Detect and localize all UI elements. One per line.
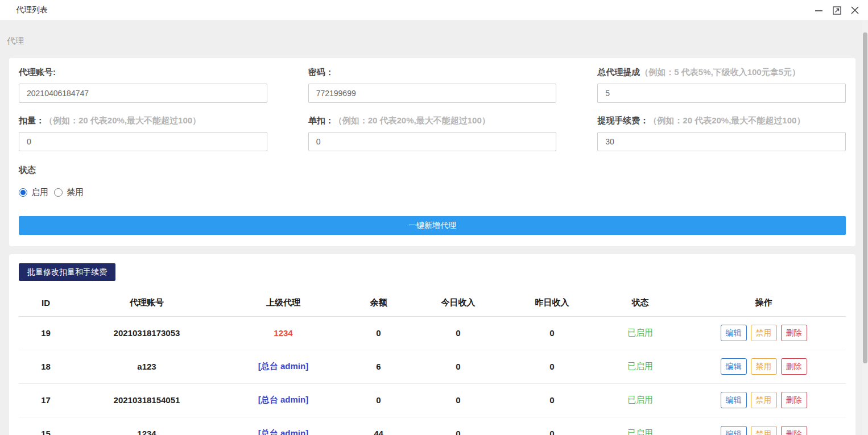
edit-button[interactable]: 编辑 [721, 392, 747, 408]
agent-account-input[interactable] [19, 84, 267, 103]
bulk-modify-button[interactable]: 批量修改扣量和手续费 [19, 263, 115, 281]
add-agent-button[interactable]: 一键新增代理 [19, 216, 846, 235]
field-single-deduction: 单扣：（例如：20 代表20%,最大不能超过100） [308, 115, 557, 151]
row-actions: 编辑 禁用 删除 [681, 325, 846, 341]
cell-balance: 44 [346, 417, 411, 435]
table-header-row: ID 代理账号 上级代理 余额 今日收入 昨日收入 状态 操作 [19, 290, 846, 316]
delete-button[interactable]: 删除 [781, 325, 807, 341]
single-deduction-input[interactable] [308, 132, 557, 151]
window-title: 代理列表 [16, 5, 48, 15]
maximize-icon[interactable] [832, 5, 842, 15]
cell-yesterday-income: 0 [505, 417, 599, 435]
status-label: 状态 [19, 165, 846, 176]
cell-id: 19 [19, 316, 73, 350]
commission-input[interactable] [597, 84, 846, 103]
cell-yesterday-income: 0 [505, 350, 599, 383]
section-label: 代理 [7, 36, 868, 47]
header-actions: 操作 [681, 290, 846, 316]
status-badge: 已启用 [627, 361, 653, 371]
radio-disable-input[interactable] [54, 188, 63, 197]
field-deduction: 扣量：（例如：20 代表20%,最大不能超过100） [19, 115, 267, 151]
parent-agent-link[interactable]: [总台 admin] [258, 361, 308, 371]
minimize-icon[interactable] [813, 5, 824, 15]
header-account: 代理账号 [73, 290, 221, 316]
disable-button[interactable]: 禁用 [751, 358, 777, 374]
field-commission: 总代理提成（例如：5 代表5%,下级收入100元拿5元） [597, 67, 846, 103]
deduction-label: 扣量： [19, 115, 44, 125]
field-agent-account: 代理账号: [19, 67, 267, 103]
cell-account: a123 [73, 350, 221, 383]
agent-form-grid: 代理账号: 密码： 总代理提成（例如：5 代表5%,下级收入100元拿5元） 扣… [19, 67, 846, 164]
edit-button[interactable]: 编辑 [721, 325, 747, 341]
cell-id: 18 [19, 350, 73, 383]
table-row: 18 a123 [总台 admin] 6 0 0 已启用 编辑 禁用 删除 [19, 350, 846, 383]
header-yesterday-income: 昨日收入 [505, 290, 599, 316]
field-password: 密码： [308, 67, 557, 103]
cell-today-income: 0 [411, 383, 505, 417]
table-row: 15 1234 [总台 admin] 44 0 0 已启用 编辑 禁用 删除 [19, 417, 846, 435]
parent-agent-link[interactable]: [总台 admin] [258, 428, 308, 435]
cell-account: 20210318173053 [73, 316, 221, 350]
table-row: 19 20210318173053 1234 0 0 0 已启用 编辑 禁用 删… [19, 316, 846, 350]
withdraw-fee-label: 提现手续费： [597, 115, 648, 125]
status-radio-group: 启用 禁用 [19, 187, 846, 198]
single-deduction-label: 单扣： [308, 115, 334, 125]
close-icon[interactable] [850, 5, 860, 15]
status-badge: 已启用 [627, 328, 653, 337]
disable-button[interactable]: 禁用 [751, 426, 777, 435]
commission-hint: （例如：5 代表5%,下级收入100元拿5元） [640, 67, 800, 77]
window-titlebar: 代理列表 [0, 0, 868, 21]
password-input[interactable] [308, 84, 557, 103]
header-parent: 上级代理 [221, 290, 346, 316]
cell-yesterday-income: 0 [505, 316, 599, 350]
deduction-input[interactable] [19, 132, 267, 151]
cell-account: 20210318154051 [73, 383, 221, 417]
cell-today-income: 0 [411, 350, 505, 383]
cell-id: 15 [19, 417, 73, 435]
status-block: 状态 启用 禁用 [19, 165, 846, 198]
withdraw-fee-hint: （例如：20 代表20%,最大不能超过100） [648, 115, 805, 125]
agent-form-card: 代理账号: 密码： 总代理提成（例如：5 代表5%,下级收入100元拿5元） 扣… [9, 58, 855, 246]
cell-id: 17 [19, 383, 73, 417]
delete-button[interactable]: 删除 [781, 392, 807, 408]
status-badge: 已启用 [627, 395, 653, 404]
delete-button[interactable]: 删除 [781, 426, 807, 435]
status-badge: 已启用 [627, 428, 653, 435]
parent-agent-link[interactable]: 1234 [274, 328, 292, 338]
scrollbar-track[interactable] [862, 21, 868, 435]
disable-button[interactable]: 禁用 [751, 325, 777, 341]
delete-button[interactable]: 删除 [781, 358, 807, 374]
header-balance: 余额 [346, 290, 411, 316]
agent-account-label: 代理账号: [19, 67, 56, 77]
password-label: 密码： [308, 67, 334, 77]
row-actions: 编辑 禁用 删除 [681, 426, 846, 435]
parent-agent-link[interactable]: [总台 admin] [258, 395, 308, 404]
window-controls [813, 5, 860, 15]
field-withdraw-fee: 提现手续费：（例如：20 代表20%,最大不能超过100） [597, 115, 846, 151]
cell-today-income: 0 [411, 316, 505, 350]
header-today-income: 今日收入 [411, 290, 505, 316]
table-row: 17 20210318154051 [总台 admin] 0 0 0 已启用 编… [19, 383, 846, 417]
row-actions: 编辑 禁用 删除 [681, 358, 846, 374]
radio-disable-label: 禁用 [67, 187, 84, 198]
cell-account: 1234 [73, 417, 221, 435]
single-deduction-hint: （例如：20 代表20%,最大不能超过100） [334, 115, 490, 125]
agent-table: ID 代理账号 上级代理 余额 今日收入 昨日收入 状态 操作 19 20210… [19, 290, 846, 435]
radio-enable-input[interactable] [19, 188, 27, 197]
radio-disable[interactable]: 禁用 [54, 187, 84, 198]
radio-enable-label: 启用 [31, 187, 48, 198]
disable-button[interactable]: 禁用 [751, 392, 777, 408]
edit-button[interactable]: 编辑 [721, 426, 747, 435]
cell-balance: 0 [346, 316, 411, 350]
table-body: 19 20210318173053 1234 0 0 0 已启用 编辑 禁用 删… [19, 316, 846, 435]
cell-yesterday-income: 0 [505, 383, 599, 417]
agent-table-card: 批量修改扣量和手续费 ID 代理账号 上级代理 余额 今日收入 昨日收入 状态 … [9, 254, 855, 435]
header-status: 状态 [599, 290, 681, 316]
cell-balance: 6 [346, 350, 411, 383]
withdraw-fee-input[interactable] [597, 132, 846, 151]
edit-button[interactable]: 编辑 [721, 358, 747, 374]
radio-enable[interactable]: 启用 [19, 187, 48, 198]
scrollbar-thumb[interactable] [863, 32, 867, 363]
header-id: ID [19, 290, 73, 316]
row-actions: 编辑 禁用 删除 [681, 392, 846, 408]
